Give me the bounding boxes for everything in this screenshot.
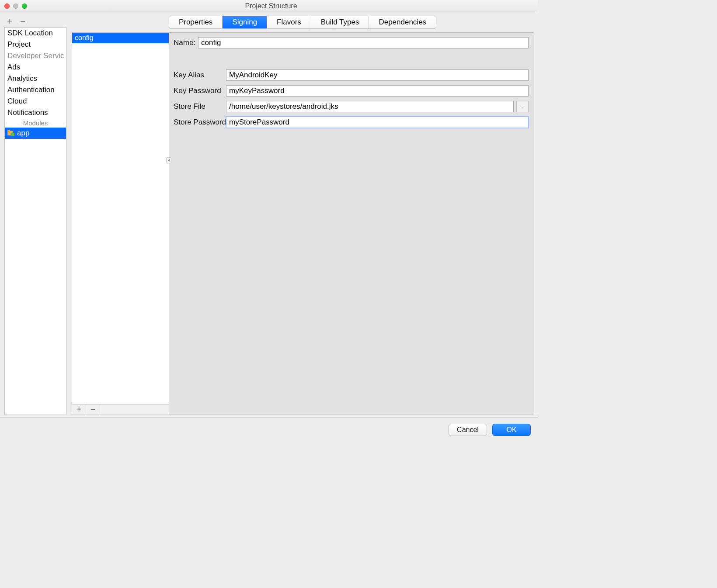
module-icon (7, 130, 14, 136)
row-key-alias: Key Alias (174, 69, 529, 81)
sidebar-heading-modules: Modules (5, 118, 66, 128)
window-title: Project Structure (4, 2, 538, 10)
input-name[interactable] (198, 37, 529, 48)
sidebar-item-ads[interactable]: Ads (5, 62, 66, 73)
sidebar-heading-developer-services: Developer Servic (5, 50, 66, 62)
sidebar-list: SDK Location Project Developer Servic Ad… (4, 27, 66, 415)
tab-signing[interactable]: Signing (223, 16, 267, 28)
label-store-file: Store File (174, 102, 226, 111)
minimize-button[interactable] (13, 3, 18, 9)
main-layout: + − SDK Location Project Developer Servi… (0, 12, 538, 415)
sidebar-add-button[interactable]: + (6, 17, 13, 26)
tab-flavors[interactable]: Flavors (267, 16, 311, 28)
sidebar-item-project[interactable]: Project (5, 39, 66, 50)
module-name: app (17, 129, 29, 138)
sidebar-item-analytics[interactable]: Analytics (5, 73, 66, 84)
sidebar-item-notifications[interactable]: Notifications (5, 107, 66, 118)
tabstrip: Properties Signing Flavors Build Types D… (72, 16, 533, 29)
tab-dependencies[interactable]: Dependencies (369, 16, 436, 28)
collapse-handle-icon[interactable] (166, 157, 171, 163)
modules-label: Modules (23, 119, 48, 127)
config-remove-button[interactable]: − (86, 405, 100, 415)
maximize-button[interactable] (22, 3, 27, 9)
titlebar: Project Structure (0, 0, 538, 12)
label-store-password: Store Password (174, 118, 226, 127)
tabbar: Properties Signing Flavors Build Types D… (169, 16, 436, 29)
project-structure-dialog: Project Structure + − SDK Location Proje… (0, 0, 538, 441)
ok-button[interactable]: OK (492, 424, 531, 436)
sidebar-remove-button[interactable]: − (19, 17, 26, 26)
row-key-password: Key Password (174, 85, 529, 97)
sidebar-item-cloud[interactable]: Cloud (5, 96, 66, 107)
config-item-config[interactable]: config (72, 33, 169, 43)
config-list[interactable]: config (72, 33, 169, 404)
signing-form: Name: Key Alias Key Password Sto (169, 33, 533, 415)
label-key-password: Key Password (174, 86, 226, 95)
cancel-button[interactable]: Cancel (449, 424, 487, 436)
sidebar-item-authentication[interactable]: Authentication (5, 84, 66, 96)
sidebar-column: + − SDK Location Project Developer Servi… (4, 16, 66, 415)
sidebar-toolbar: + − (4, 16, 66, 27)
row-store-file: Store File ... (174, 101, 529, 112)
config-add-button[interactable]: + (72, 405, 86, 415)
input-key-password[interactable] (226, 85, 529, 97)
sidebar-item-app-module[interactable]: app (5, 128, 66, 139)
input-store-file[interactable] (226, 101, 514, 112)
row-name: Name: (174, 37, 529, 48)
dialog-body: + − SDK Location Project Developer Servi… (0, 12, 538, 441)
tab-properties[interactable]: Properties (169, 16, 223, 28)
close-button[interactable] (4, 3, 10, 9)
main-column: Properties Signing Flavors Build Types D… (72, 16, 533, 415)
svg-rect-1 (7, 130, 10, 131)
config-list-column: config + − (72, 33, 169, 415)
sidebar-item-sdk-location[interactable]: SDK Location (5, 28, 66, 39)
dialog-footer: Cancel OK (0, 418, 538, 441)
label-name: Name: (174, 38, 198, 47)
label-key-alias: Key Alias (174, 71, 226, 80)
traffic-lights (4, 3, 27, 9)
input-store-password[interactable] (226, 117, 529, 128)
row-store-password: Store Password (174, 117, 529, 128)
tab-build-types[interactable]: Build Types (311, 16, 369, 28)
browse-store-file-button[interactable]: ... (516, 101, 529, 112)
config-toolbar: + − (72, 404, 169, 415)
input-key-alias[interactable] (226, 69, 529, 81)
signing-panel: config + − Name: (72, 32, 533, 415)
svg-rect-2 (11, 133, 14, 136)
